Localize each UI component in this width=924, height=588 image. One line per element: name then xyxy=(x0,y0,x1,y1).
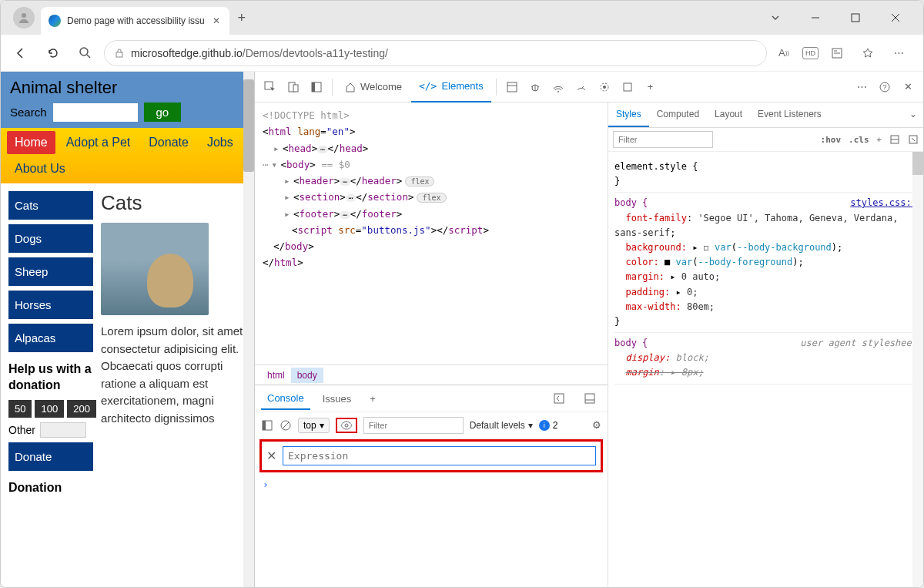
cat-image xyxy=(101,223,209,315)
hov-toggle[interactable]: :hov xyxy=(821,135,842,145)
styles-filter-input[interactable] xyxy=(613,131,713,148)
sidebar-alpacas[interactable]: Alpacas xyxy=(8,324,93,352)
clear-console-icon[interactable] xyxy=(280,419,292,432)
more-tools-icon[interactable]: ⋯ xyxy=(851,76,872,98)
live-expression-row: ✕ xyxy=(259,439,603,472)
issues-badge[interactable]: i2 xyxy=(539,420,558,431)
source-link[interactable]: styles.css:1 xyxy=(850,196,917,210)
url-box[interactable]: microsoftedge.github.io/Demos/devtools-a… xyxy=(104,40,767,66)
close-expression-icon[interactable]: ✕ xyxy=(266,449,276,463)
context-selector[interactable]: top ▾ xyxy=(298,418,330,433)
tab-elements[interactable]: </>Elements xyxy=(411,72,491,102)
device-icon[interactable] xyxy=(283,76,304,98)
help-icon[interactable]: ? xyxy=(874,76,896,98)
bug-icon[interactable] xyxy=(524,76,546,98)
close-devtools-icon[interactable]: ✕ xyxy=(897,76,919,98)
more-icon[interactable]: ⋯ xyxy=(886,41,911,66)
inspect-icon[interactable] xyxy=(259,76,281,98)
drawer-tab-issues[interactable]: Issues xyxy=(316,388,358,409)
favicon-icon xyxy=(49,15,61,27)
log-levels[interactable]: Default levels ▾ xyxy=(470,420,533,431)
styles-rules[interactable]: element.style {} styles.css:1 body { fon… xyxy=(608,152,923,587)
main-nav: Home Adopt a Pet Donate Jobs About Us xyxy=(1,128,254,183)
site-title: Animal shelter xyxy=(10,78,245,98)
elements-panel: <!DOCTYPE html> <html lang="en"> ▸<head>… xyxy=(255,102,608,587)
refresh-button[interactable] xyxy=(39,39,67,67)
styles-tab-layout[interactable]: Layout xyxy=(707,102,750,127)
other-amount-input[interactable] xyxy=(40,422,86,438)
webpage-viewport: Animal shelter Search go Home Adopt a Pe… xyxy=(1,72,255,587)
performance-icon[interactable] xyxy=(571,76,592,98)
browser-tab[interactable]: Demo page with accessibility issu ✕ xyxy=(41,7,229,35)
amount-50[interactable]: 50 xyxy=(8,400,32,418)
favorite-icon[interactable] xyxy=(855,41,880,66)
hd-icon[interactable]: HD xyxy=(802,47,819,59)
nav-donate[interactable]: Donate xyxy=(141,131,196,154)
sidebar-toggle-icon[interactable] xyxy=(261,419,273,432)
app-icon[interactable] xyxy=(501,76,523,98)
search-icon[interactable] xyxy=(72,39,99,67)
cls-toggle[interactable]: .cls xyxy=(849,135,869,145)
new-rule-icon[interactable]: + xyxy=(877,135,882,144)
sidebar-sheep[interactable]: Sheep xyxy=(8,257,93,286)
page-scrollbar[interactable] xyxy=(243,72,254,587)
computed-icon[interactable] xyxy=(908,134,919,145)
lock-icon xyxy=(114,48,125,59)
flexbox-icon[interactable] xyxy=(889,134,900,145)
styles-scrollbar[interactable] xyxy=(912,152,923,587)
search-input[interactable] xyxy=(53,103,138,122)
devtools: Welcome </>Elements + ⋯ ? ✕ xyxy=(255,72,923,587)
close-window-button[interactable] xyxy=(880,5,911,30)
back-button[interactable] xyxy=(7,39,35,67)
donate-heading: Help us with a donation xyxy=(8,361,93,394)
new-tab-button[interactable]: + xyxy=(229,5,254,30)
dock-icon[interactable] xyxy=(306,76,327,98)
svg-rect-2 xyxy=(852,14,859,22)
drawer-add-tab[interactable]: + xyxy=(363,388,382,409)
tab-welcome[interactable]: Welcome xyxy=(337,72,410,102)
styles-tab-events[interactable]: Event Listeners xyxy=(750,102,829,127)
nav-about[interactable]: About Us xyxy=(7,157,73,180)
dom-tree[interactable]: <!DOCTYPE html> <html lang="en"> ▸<head>… xyxy=(255,102,608,365)
svg-rect-5 xyxy=(116,52,122,57)
content-text: Lorem ipsum dolor, sit amet consectetur … xyxy=(101,323,251,427)
console-prompt[interactable]: › xyxy=(255,474,608,495)
styles-tab-computed[interactable]: Computed xyxy=(649,102,707,127)
svg-rect-14 xyxy=(507,82,517,92)
maximize-button[interactable] xyxy=(840,5,871,30)
nav-adopt[interactable]: Adopt a Pet xyxy=(59,131,139,154)
memory-icon[interactable] xyxy=(594,76,615,98)
drawer-dock-icon[interactable] xyxy=(578,388,601,408)
console-settings-icon[interactable]: ⚙ xyxy=(592,419,601,431)
console-filter-input[interactable] xyxy=(363,417,464,434)
application-icon[interactable] xyxy=(617,76,638,98)
nav-home[interactable]: Home xyxy=(7,131,55,154)
amount-100[interactable]: 100 xyxy=(35,400,64,418)
go-button[interactable]: go xyxy=(144,102,182,122)
chevron-down-icon[interactable] xyxy=(760,5,791,30)
svg-rect-13 xyxy=(312,82,315,92)
donate-button[interactable]: Donate xyxy=(8,442,93,471)
expression-input[interactable] xyxy=(283,446,596,465)
sidebar-horses[interactable]: Horses xyxy=(8,291,93,319)
close-tab-icon[interactable]: ✕ xyxy=(211,14,222,28)
plus-icon[interactable]: + xyxy=(640,76,661,98)
drawer-expand-icon[interactable] xyxy=(547,388,571,408)
crumb-body[interactable]: body xyxy=(291,368,323,383)
live-expression-button[interactable] xyxy=(336,418,357,433)
styles-tabs-more-icon[interactable]: ⌄ xyxy=(903,102,923,127)
read-aloud-icon[interactable]: A)) xyxy=(772,41,796,66)
sidebar-dogs[interactable]: Dogs xyxy=(8,224,93,253)
network-icon[interactable] xyxy=(547,76,569,98)
sidebar: Cats Dogs Sheep Horses Alpacas Help us w… xyxy=(8,191,93,502)
drawer-tab-console[interactable]: Console xyxy=(261,388,310,410)
breadcrumbs[interactable]: html body xyxy=(255,365,608,385)
crumb-html[interactable]: html xyxy=(261,368,291,383)
styles-tab-styles[interactable]: Styles xyxy=(608,102,649,127)
reader-icon[interactable] xyxy=(825,41,849,66)
minimize-button[interactable] xyxy=(800,5,831,30)
nav-jobs[interactable]: Jobs xyxy=(199,131,241,154)
sidebar-cats[interactable]: Cats xyxy=(8,191,93,220)
amount-200[interactable]: 200 xyxy=(67,400,96,418)
profile-icon[interactable] xyxy=(13,7,35,29)
